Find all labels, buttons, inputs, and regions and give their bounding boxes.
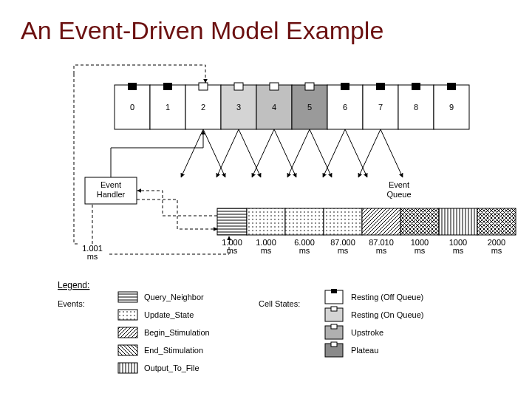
svg-rect-30	[247, 208, 285, 235]
svg-rect-36	[362, 208, 400, 235]
svg-rect-42	[477, 208, 516, 235]
svg-rect-47	[118, 345, 137, 355]
svg-rect-50	[331, 289, 337, 293]
svg-rect-52	[331, 307, 337, 311]
svg-rect-54	[331, 324, 337, 329]
legend-state-item: Resting (Off Queue)	[351, 293, 423, 301]
svg-text:ms: ms	[415, 246, 426, 255]
svg-rect-28	[217, 208, 247, 235]
svg-rect-24	[412, 83, 420, 90]
event-queue-label: EventQueue	[386, 180, 411, 199]
legend-events-label: Events:	[58, 299, 85, 308]
cell-number: 7	[378, 103, 383, 112]
svg-rect-16	[270, 83, 279, 90]
svg-text:ms: ms	[338, 246, 349, 255]
svg-rect-46	[118, 327, 137, 338]
cell-number: 9	[449, 103, 454, 112]
cell-number: 2	[201, 103, 205, 112]
svg-rect-48	[118, 363, 137, 373]
cell-number: 3	[236, 103, 241, 112]
legend-state-item: Upstroke	[351, 328, 383, 337]
event-handler-label: EventHandler	[97, 180, 126, 199]
cell-number: 6	[343, 103, 347, 112]
svg-rect-34	[324, 208, 362, 235]
cell-number: 0	[130, 103, 134, 112]
svg-rect-14	[234, 83, 243, 90]
legend-header: Legend:	[58, 280, 89, 290]
cell-number: 1	[166, 103, 170, 112]
legend-state-item: Resting (On Queue)	[351, 310, 423, 319]
svg-rect-56	[331, 342, 337, 347]
svg-rect-38	[400, 208, 439, 235]
svg-rect-44	[118, 292, 137, 302]
svg-text:ms: ms	[261, 246, 272, 255]
svg-rect-40	[439, 208, 477, 235]
svg-text:ms: ms	[491, 246, 502, 255]
svg-rect-12	[199, 83, 208, 90]
svg-text:ms: ms	[227, 246, 238, 255]
svg-rect-20	[341, 83, 349, 90]
diagram-svg: 0123456789 EventHandler EventQueue 1.000…	[0, 0, 532, 399]
legend-state-item: Plateau	[351, 346, 378, 355]
time-small: 1.001ms	[82, 244, 103, 261]
svg-text:ms: ms	[453, 246, 464, 255]
legend-event-item: Begin_Stimulation	[144, 328, 210, 337]
svg-rect-22	[376, 83, 385, 90]
svg-rect-26	[447, 83, 456, 90]
cell-number: 4	[272, 103, 276, 112]
svg-rect-8	[128, 83, 137, 90]
cell-number: 5	[307, 103, 312, 112]
svg-rect-45	[118, 310, 137, 320]
legend-event-item: Update_State	[144, 310, 194, 319]
cell-number: 8	[414, 103, 418, 112]
legend-event-item: End_Stimulation	[144, 346, 203, 355]
legend-states-label: Cell States:	[259, 299, 300, 308]
svg-rect-10	[163, 83, 172, 90]
legend-event-item: Query_Neighbor	[144, 293, 204, 301]
svg-text:ms: ms	[376, 246, 387, 255]
svg-rect-18	[305, 83, 314, 90]
svg-rect-32	[285, 208, 324, 235]
svg-text:ms: ms	[299, 246, 310, 255]
legend-event-item: Output_To_File	[144, 364, 200, 372]
